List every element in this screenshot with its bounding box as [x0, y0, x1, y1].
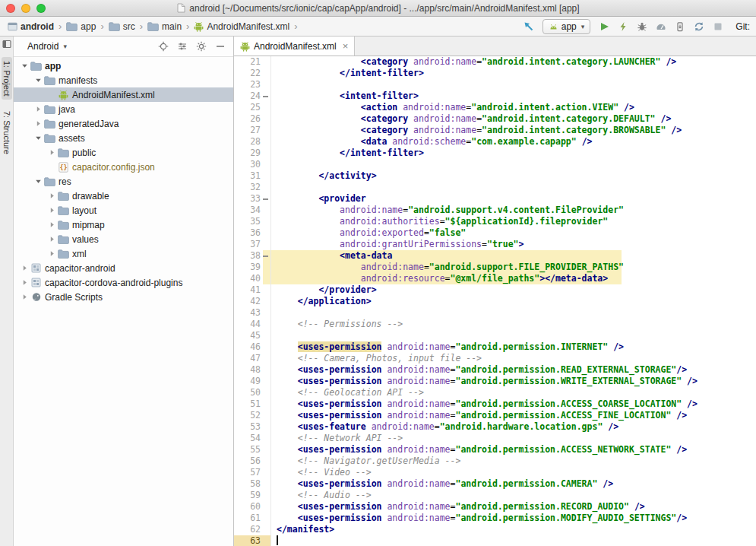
code-line-text[interactable]: android:resource="@xml/file_paths"></met… — [270, 273, 608, 284]
line-number-59[interactable]: 59 — [234, 490, 270, 501]
line-number-27[interactable]: 27 — [234, 125, 270, 136]
line-number-42[interactable]: 42 — [234, 296, 270, 307]
code-line-36[interactable]: 36 android:exported="false" — [234, 227, 756, 239]
code-line-text[interactable]: <data android:scheme="com.example.capapp… — [270, 136, 593, 148]
line-number-60[interactable]: 60 — [234, 501, 270, 513]
editor-tab-androidmanifest[interactable]: AndroidManifest.xml × — [234, 37, 355, 56]
tree-item-public[interactable]: public — [14, 145, 233, 160]
chevron-right-icon[interactable] — [20, 265, 30, 271]
line-number-43[interactable]: 43 — [234, 307, 270, 319]
code-line-58[interactable]: 58 <uses-permission android:name="androi… — [234, 478, 756, 490]
navigate-back-icon[interactable] — [523, 20, 536, 33]
line-number-35[interactable]: 35 — [234, 216, 270, 227]
tree-item-mipmap[interactable]: mipmap — [14, 217, 233, 232]
code-line-text[interactable] — [270, 182, 277, 193]
tree-item-xml[interactable]: xml — [14, 246, 233, 261]
attach-debugger-icon[interactable] — [673, 20, 686, 33]
code-line-27[interactable]: 27 <category android:name="android.inten… — [234, 125, 756, 136]
hide-icon[interactable] — [214, 41, 226, 52]
line-number-44[interactable]: 44 — [234, 319, 270, 330]
apply-changes-icon[interactable] — [616, 20, 629, 33]
line-number-41[interactable]: 41 — [234, 284, 270, 296]
project-view-selector[interactable]: Android ▾ — [27, 41, 67, 52]
code-line-text[interactable]: <!-- Permissions --> — [270, 319, 403, 330]
line-number-36[interactable]: 36 — [234, 227, 270, 239]
line-number-63[interactable]: 63 — [234, 535, 270, 546]
code-line-31[interactable]: 31 </activity> — [234, 170, 756, 182]
code-line-53[interactable]: 53 <uses-feature android:name="android.h… — [234, 421, 756, 433]
line-number-53[interactable]: 53 — [234, 421, 270, 433]
line-number-52[interactable]: 52 — [234, 410, 270, 421]
code-line-text[interactable]: android:exported="false" — [270, 227, 466, 239]
line-number-26[interactable]: 26 — [234, 113, 270, 125]
chevron-right-icon[interactable] — [20, 279, 30, 286]
breadcrumb-item-main[interactable]: main — [146, 21, 183, 33]
tree-item-assets[interactable]: assets — [14, 131, 233, 145]
line-number-54[interactable]: 54 — [234, 433, 270, 444]
code-line-text[interactable]: <category android:name="android.intent.c… — [270, 113, 671, 125]
line-number-51[interactable]: 51 — [234, 398, 270, 410]
line-number-37[interactable]: 37 — [234, 239, 270, 250]
chevron-down-icon[interactable] — [33, 77, 43, 84]
code-line-text[interactable]: android:grantUriPermissions="true"> — [270, 239, 524, 250]
tree-item-androidmanifest-xml[interactable]: AndroidManifest.xml — [14, 87, 233, 102]
code-line-38[interactable]: 38 <meta-data — [234, 250, 756, 262]
fold-marker-icon[interactable] — [263, 256, 268, 257]
chevron-down-icon[interactable] — [33, 178, 43, 185]
settings-icon[interactable] — [195, 41, 207, 52]
tree-item-gradle-scripts[interactable]: Gradle Scripts — [14, 290, 233, 304]
zoom-window-button[interactable] — [36, 4, 46, 13]
code-line-text[interactable]: </intent-filter> — [270, 68, 424, 79]
git-label[interactable]: Git: — [735, 21, 750, 32]
tree-item-generatedjava[interactable]: generatedJava — [14, 116, 233, 131]
line-number-57[interactable]: 57 — [234, 467, 270, 478]
code-line-text[interactable]: <uses-permission android:name="android.p… — [270, 513, 687, 524]
tree-item-app[interactable]: app — [14, 59, 233, 73]
code-line-24[interactable]: 24 <intent-filter> — [234, 90, 756, 102]
line-number-58[interactable]: 58 — [234, 478, 270, 490]
line-number-47[interactable]: 47 — [234, 353, 270, 364]
run-icon[interactable] — [597, 20, 610, 33]
tree-item-manifests[interactable]: manifests — [14, 73, 233, 87]
close-tab-icon[interactable]: × — [343, 41, 349, 51]
code-line-text[interactable]: <!-- Video --> — [270, 467, 372, 478]
code-line-29[interactable]: 29 </intent-filter> — [234, 148, 756, 159]
line-number-46[interactable]: 46 — [234, 341, 270, 353]
chevron-right-icon[interactable] — [47, 207, 57, 214]
tree-item-capacitor-cordova-android-plugins[interactable]: capacitor-cordova-android-plugins — [14, 275, 233, 290]
tree-item-capacitor-config-json[interactable]: {}capacitor.config.json — [14, 160, 233, 174]
line-number-49[interactable]: 49 — [234, 376, 270, 387]
chevron-right-icon[interactable] — [33, 106, 43, 113]
code-line-25[interactable]: 25 <action android:name="android.intent.… — [234, 102, 756, 113]
chevron-down-icon[interactable] — [20, 62, 30, 69]
breadcrumb-item-androidmanifest-xml[interactable]: AndroidManifest.xml — [192, 21, 291, 33]
code-line-30[interactable]: 30 — [234, 159, 756, 170]
tree-item-drawable[interactable]: drawable — [14, 189, 233, 203]
code-line-62[interactable]: 62</manifest> — [234, 524, 756, 535]
code-line-text[interactable] — [270, 79, 277, 90]
code-line-34[interactable]: 34 android:name="android.support.v4.cont… — [234, 205, 756, 216]
close-window-button[interactable] — [6, 4, 15, 13]
line-number-62[interactable]: 62 — [234, 524, 270, 535]
code-line-text[interactable]: </intent-filter> — [270, 148, 424, 159]
code-line-57[interactable]: 57 <!-- Video --> — [234, 467, 756, 478]
code-line-26[interactable]: 26 <category android:name="android.inten… — [234, 113, 756, 125]
chevron-right-icon[interactable] — [47, 221, 57, 228]
code-line-32[interactable]: 32 — [234, 182, 756, 193]
code-line-text[interactable]: <action android:name="android.intent.act… — [270, 102, 634, 113]
line-number-28[interactable]: 28 — [234, 136, 270, 148]
code-line-28[interactable]: 28 <data android:scheme="com.example.cap… — [234, 136, 756, 148]
line-number-21[interactable]: 21 — [234, 56, 270, 68]
line-number-40[interactable]: 40 — [234, 273, 270, 284]
debug-icon[interactable] — [635, 20, 648, 33]
line-number-56[interactable]: 56 — [234, 456, 270, 467]
tree-item-values[interactable]: values — [14, 232, 233, 246]
tree-item-layout[interactable]: layout — [14, 203, 233, 217]
code-line-text[interactable]: <intent-filter> — [270, 90, 419, 102]
breadcrumb-item-app[interactable]: app — [65, 21, 97, 33]
code-line-55[interactable]: 55 <uses-permission android:name="androi… — [234, 444, 756, 456]
line-number-31[interactable]: 31 — [234, 170, 270, 182]
sync-project-icon[interactable] — [692, 20, 705, 33]
code-line-text[interactable]: <!-- Audio --> — [270, 490, 372, 501]
tool-strip-button-7-structure[interactable]: 7: Structure — [2, 107, 12, 158]
